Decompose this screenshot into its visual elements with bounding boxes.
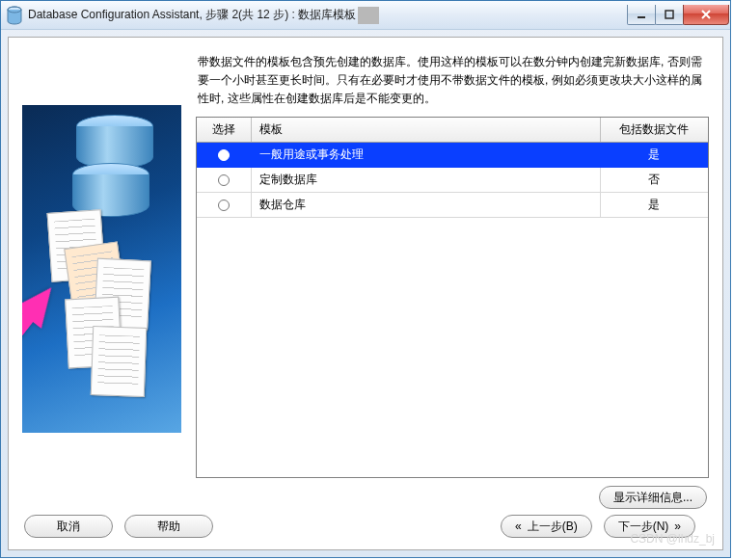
col-header-template[interactable]: 模板 [251, 118, 600, 143]
svg-rect-3 [665, 11, 673, 18]
chevron-left-icon: « [515, 520, 522, 533]
table-row[interactable]: 定制数据库 否 [197, 167, 708, 192]
chevron-right-icon: » [674, 520, 681, 533]
back-button[interactable]: « 上一步(B) [501, 515, 592, 538]
radio-icon[interactable] [218, 200, 230, 211]
maximize-button[interactable] [655, 5, 684, 25]
radio-icon[interactable] [218, 174, 230, 186]
col-header-includes[interactable]: 包括数据文件 [600, 118, 708, 143]
title-redacted-block [358, 7, 379, 24]
wizard-illustration [22, 47, 186, 509]
cell-template: 一般用途或事务处理 [251, 142, 600, 167]
back-button-label: 上一步(B) [528, 519, 578, 535]
description-text: 带数据文件的模板包含预先创建的数据库。使用这样的模板可以在数分钟内创建完新数据库… [196, 47, 709, 117]
table-row[interactable]: 一般用途或事务处理 是 [197, 142, 708, 167]
template-table: 选择 模板 包括数据文件 一般用途或事务处理 是 [196, 117, 709, 478]
col-header-select[interactable]: 选择 [197, 118, 251, 143]
cell-template: 定制数据库 [251, 167, 600, 192]
window-controls [628, 5, 729, 25]
cell-template: 数据仓库 [251, 192, 600, 217]
table-header-row: 选择 模板 包括数据文件 [197, 118, 708, 143]
cell-includes: 是 [600, 192, 708, 217]
minimize-button[interactable] [627, 5, 656, 25]
wizard-nav-bar: 取消 帮助 « 上一步(B) 下一步(N) » [22, 509, 709, 540]
app-icon [7, 6, 22, 25]
content-panel: 带数据文件的模板包含预先创建的数据库。使用这样的模板可以在数分钟内创建完新数据库… [8, 37, 723, 550]
app-window: Database Configuration Assistant, 步骤 2(共… [0, 0, 731, 558]
window-title: Database Configuration Assistant, 步骤 2(共… [28, 7, 356, 23]
cell-includes: 是 [600, 142, 708, 167]
title-bar[interactable]: Database Configuration Assistant, 步骤 2(共… [1, 1, 730, 30]
cell-includes: 否 [600, 167, 708, 192]
table-row[interactable]: 数据仓库 是 [197, 192, 708, 217]
help-button[interactable]: 帮助 [124, 515, 213, 538]
show-details-button[interactable]: 显示详细信息... [599, 486, 707, 509]
cancel-button[interactable]: 取消 [24, 515, 113, 538]
radio-icon[interactable] [218, 149, 230, 161]
next-button-label: 下一步(N) [618, 519, 669, 535]
close-button[interactable] [683, 5, 729, 25]
table-empty-area [197, 218, 708, 477]
next-button[interactable]: 下一步(N) » [604, 515, 695, 538]
